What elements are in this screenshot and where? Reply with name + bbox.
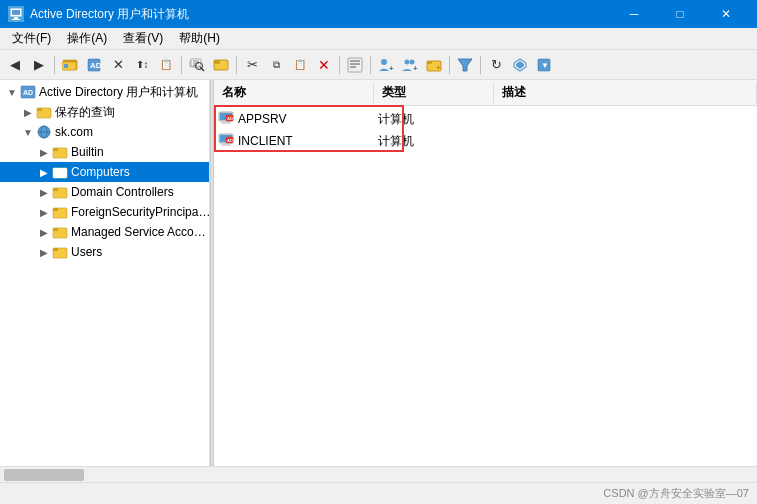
toolbar-btn-props[interactable] (344, 54, 366, 76)
window-controls: ─ □ ✕ (611, 0, 749, 28)
app-icon (8, 6, 24, 22)
column-headers: 名称 类型 描述 (214, 80, 757, 106)
toolbar-btn-newgroup[interactable]: + (399, 54, 421, 76)
tree-label-foreign: ForeignSecurityPrincipa… (71, 205, 210, 219)
appsrv-name: APPSRV (238, 112, 286, 126)
svg-text:+: + (389, 64, 394, 73)
expand-computers[interactable]: ▶ (36, 164, 52, 180)
menu-file[interactable]: 文件(F) (4, 28, 59, 49)
toolbar-btn-5[interactable]: 📋 (155, 54, 177, 76)
inclient-type: 计算机 (374, 133, 494, 150)
inclient-name: INCLIENT (238, 134, 293, 148)
maximize-button[interactable]: □ (657, 0, 703, 28)
svg-marker-32 (516, 61, 524, 69)
folder-icon-builtin (52, 144, 68, 160)
tree-item-builtin[interactable]: ▶ Builtin (0, 142, 209, 162)
tree-panel: ▼ AD Active Directory 用户和计算机 ▶ 保存的查询 ▼ (0, 80, 210, 482)
toolbar: ◀ ▶ AD ✕ ⬆↕ 📋 ✂ ⧉ 📋 ✕ + + (0, 50, 757, 80)
content-rows: AD APPSRV 计算机 (214, 106, 757, 154)
svg-rect-2 (14, 17, 18, 19)
col-name[interactable]: 名称 (214, 82, 374, 103)
tree-label-dc: Domain Controllers (71, 185, 174, 199)
tree-item-foreign[interactable]: ▶ ForeignSecurityPrincipa… (0, 202, 209, 222)
svg-rect-45 (53, 168, 58, 171)
tree-item-saved[interactable]: ▶ 保存的查询 (0, 102, 209, 122)
domain-icon (36, 124, 52, 140)
svg-text:+: + (436, 63, 441, 72)
expand-builtin[interactable]: ▶ (36, 144, 52, 160)
toolbar-btn-refresh[interactable]: ↻ (485, 54, 507, 76)
hscroll-thumb[interactable] (4, 469, 84, 481)
window-title: Active Directory 用户和计算机 (30, 6, 611, 23)
toolbar-btn-7[interactable] (210, 54, 232, 76)
svg-rect-3 (12, 19, 20, 20)
tree-item-computers[interactable]: ▶ Computers (0, 162, 209, 182)
table-row[interactable]: AD APPSRV 计算机 (214, 108, 757, 130)
folder-icon-foreign (52, 204, 68, 220)
toolbar-btn-newuser[interactable]: + (375, 54, 397, 76)
toolbar-btn-extra1[interactable] (509, 54, 531, 76)
svg-point-24 (405, 59, 410, 64)
tree-item-managed[interactable]: ▶ Managed Service Acco… (0, 222, 209, 242)
tree-label-managed: Managed Service Acco… (71, 225, 206, 239)
menu-action[interactable]: 操作(A) (59, 28, 115, 49)
row-name-appsrv: AD APPSRV (214, 110, 374, 129)
table-row[interactable]: AD INCLIENT 计算机 (214, 130, 757, 152)
svg-point-22 (381, 59, 387, 65)
expand-foreign[interactable]: ▶ (36, 204, 52, 220)
expand-dc[interactable]: ▶ (36, 184, 52, 200)
svg-rect-17 (214, 60, 220, 64)
expand-skcom[interactable]: ▼ (20, 124, 36, 140)
appsrv-type: 计算机 (374, 111, 494, 128)
toolbar-btn-1[interactable] (59, 54, 81, 76)
hscroll-bar[interactable] (0, 466, 757, 482)
tree-label-computers: Computers (71, 165, 130, 179)
forward-button[interactable]: ▶ (28, 54, 50, 76)
tree-item-users[interactable]: ▶ Users (0, 242, 209, 262)
expand-root[interactable]: ▼ (4, 84, 20, 100)
svg-marker-30 (458, 59, 472, 71)
toolbar-btn-newou[interactable]: + (423, 54, 445, 76)
menu-bar: 文件(F) 操作(A) 查看(V) 帮助(H) (0, 28, 757, 50)
toolbar-btn-paste[interactable]: 📋 (289, 54, 311, 76)
folder-icon-dc (52, 184, 68, 200)
svg-text:AD: AD (90, 61, 102, 70)
expand-saved[interactable]: ▶ (20, 104, 36, 120)
menu-view[interactable]: 查看(V) (115, 28, 171, 49)
expand-managed[interactable]: ▶ (36, 224, 52, 240)
toolbar-sep-4 (339, 56, 340, 74)
menu-help[interactable]: 帮助(H) (171, 28, 228, 49)
col-desc[interactable]: 描述 (494, 82, 757, 103)
folder-icon-managed (52, 224, 68, 240)
svg-rect-38 (37, 108, 42, 111)
tree-label-users: Users (71, 245, 102, 259)
svg-rect-43 (53, 148, 58, 151)
toolbar-btn-4[interactable]: ⬆↕ (131, 54, 153, 76)
svg-text:AD: AD (227, 116, 233, 121)
folder-icon-users (52, 244, 68, 260)
toolbar-btn-extra2[interactable]: ▼ (533, 54, 555, 76)
toolbar-sep-5 (370, 56, 371, 74)
toolbar-btn-6[interactable] (186, 54, 208, 76)
col-type[interactable]: 类型 (374, 82, 494, 103)
close-button[interactable]: ✕ (703, 0, 749, 28)
svg-rect-6 (64, 64, 68, 68)
tree-item-domaincontrollers[interactable]: ▶ Domain Controllers (0, 182, 209, 202)
svg-rect-53 (53, 248, 58, 251)
computer-icon-inclient: AD (218, 132, 234, 151)
toolbar-btn-3[interactable]: ✕ (107, 54, 129, 76)
toolbar-btn-cut[interactable]: ✂ (241, 54, 263, 76)
expand-users[interactable]: ▶ (36, 244, 52, 260)
toolbar-btn-filter[interactable] (454, 54, 476, 76)
toolbar-btn-delete[interactable]: ✕ (313, 54, 335, 76)
folder-icon-saved (36, 104, 52, 120)
minimize-button[interactable]: ─ (611, 0, 657, 28)
tree-item-skcom[interactable]: ▼ sk.com (0, 122, 209, 142)
toolbar-btn-copy[interactable]: ⧉ (265, 54, 287, 76)
toolbar-sep-7 (480, 56, 481, 74)
toolbar-btn-2[interactable]: AD (83, 54, 105, 76)
toolbar-sep-3 (236, 56, 237, 74)
row-name-inclient: AD INCLIENT (214, 132, 374, 151)
back-button[interactable]: ◀ (4, 54, 26, 76)
tree-item-root[interactable]: ▼ AD Active Directory 用户和计算机 (0, 82, 209, 102)
